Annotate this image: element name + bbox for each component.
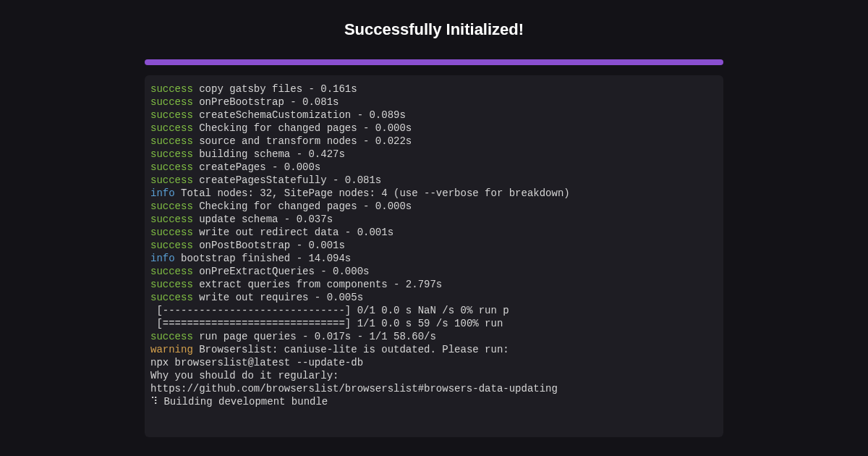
terminal-text: https://github.com/browserslist/browsers… xyxy=(150,383,558,394)
success-tag: success xyxy=(150,227,199,238)
terminal-text: run page queries - 0.017s - 1/1 58.60/s xyxy=(199,331,436,342)
success-tag: success xyxy=(150,200,199,212)
terminal-line: successonPreExtractQueries - 0.000s xyxy=(150,265,718,278)
success-tag: success xyxy=(150,161,199,173)
terminal-text: onPostBootstrap - 0.001s xyxy=(199,240,345,251)
terminal-text: bootstrap finished - 14.094s xyxy=(181,253,351,264)
terminal-text: onPreExtractQueries - 0.000s xyxy=(199,266,369,277)
terminal-text: building schema - 0.427s xyxy=(199,148,345,160)
terminal-text: [------------------------------] 0/1 0.0… xyxy=(150,305,509,316)
success-tag: success xyxy=(150,96,199,108)
terminal-text: Checking for changed pages - 0.000s xyxy=(199,200,412,212)
success-tag: success xyxy=(150,266,199,277)
terminal-text: Browserslist: caniuse-lite is outdated. … xyxy=(199,344,509,355)
terminal-line: successChecking for changed pages - 0.00… xyxy=(150,200,718,213)
terminal-line: [------------------------------] 0/1 0.0… xyxy=(150,304,718,317)
success-tag: success xyxy=(150,279,199,290)
terminal-line: successrun page queries - 0.017s - 1/1 5… xyxy=(150,330,718,343)
terminal-text: createPagesStatefully - 0.081s xyxy=(199,174,381,186)
terminal-line: successonPostBootstrap - 0.001s xyxy=(150,239,718,252)
terminal-line: successbuilding schema - 0.427s xyxy=(150,148,718,161)
terminal-text: createSchemaCustomization - 0.089s xyxy=(199,109,406,121)
terminal-line: ⠹ Building development bundle xyxy=(150,395,718,408)
success-tag: success xyxy=(150,292,199,303)
success-tag: success xyxy=(150,148,199,160)
terminal-text: onPreBootstrap - 0.081s xyxy=(199,96,339,108)
terminal-line: successcreatePages - 0.000s xyxy=(150,161,718,174)
warning-tag: warning xyxy=(150,344,199,355)
terminal-text: copy gatsby files - 0.161s xyxy=(199,83,357,95)
terminal-text: ⠹ Building development bundle xyxy=(150,396,328,408)
terminal-line: successupdate schema - 0.037s xyxy=(150,213,718,226)
info-tag: info xyxy=(150,187,181,199)
success-tag: success xyxy=(150,122,199,134)
terminal-line: successChecking for changed pages - 0.00… xyxy=(150,122,718,135)
terminal-line: successwrite out redirect data - 0.001s xyxy=(150,226,718,239)
terminal-text: Total nodes: 32, SitePage nodes: 4 (use … xyxy=(181,187,570,199)
terminal-text: Why you should do it regularly: xyxy=(150,370,339,381)
terminal-line: infobootstrap finished - 14.094s xyxy=(150,252,718,265)
terminal-line: https://github.com/browserslist/browsers… xyxy=(150,382,718,395)
terminal-line: successonPreBootstrap - 0.081s xyxy=(150,96,718,109)
success-tag: success xyxy=(150,174,199,186)
terminal-text: update schema - 0.037s xyxy=(199,214,333,225)
terminal-line: successcreateSchemaCustomization - 0.089… xyxy=(150,109,718,122)
terminal-line: successcreatePagesStatefully - 0.081s xyxy=(150,174,718,187)
page-title: Successfully Initialized! xyxy=(344,20,524,39)
terminal-text: source and transform nodes - 0.022s xyxy=(199,135,412,147)
terminal-line: warningBrowserslist: caniuse-lite is out… xyxy=(150,343,718,356)
terminal-text: [==============================] 1/1 0.0… xyxy=(150,318,503,329)
terminal-text: Checking for changed pages - 0.000s xyxy=(199,122,412,134)
success-tag: success xyxy=(150,331,199,342)
terminal-text: createPages - 0.000s xyxy=(199,161,320,173)
info-tag: info xyxy=(150,253,181,264)
terminal-line: successextract queries from components -… xyxy=(150,278,718,291)
progress-bar xyxy=(145,59,723,65)
success-tag: success xyxy=(150,109,199,121)
terminal-text: npx browserslist@latest --update-db xyxy=(150,357,363,368)
terminal-text: write out redirect data - 0.001s xyxy=(199,227,393,238)
success-tag: success xyxy=(150,83,199,95)
terminal-output: successcopy gatsby files - 0.161ssuccess… xyxy=(145,75,723,437)
terminal-line: infoTotal nodes: 32, SitePage nodes: 4 (… xyxy=(150,187,718,200)
terminal-line: successsource and transform nodes - 0.02… xyxy=(150,135,718,148)
terminal-line: successwrite out requires - 0.005s xyxy=(150,291,718,304)
success-tag: success xyxy=(150,214,199,225)
terminal-line: [==============================] 1/1 0.0… xyxy=(150,317,718,330)
terminal-line: successcopy gatsby files - 0.161s xyxy=(150,83,718,96)
success-tag: success xyxy=(150,135,199,147)
terminal-line: Why you should do it regularly: xyxy=(150,369,718,382)
terminal-text: write out requires - 0.005s xyxy=(199,292,363,303)
success-tag: success xyxy=(150,240,199,251)
terminal-line: npx browserslist@latest --update-db xyxy=(150,356,718,369)
terminal-text: extract queries from components - 2.797s xyxy=(199,279,442,290)
